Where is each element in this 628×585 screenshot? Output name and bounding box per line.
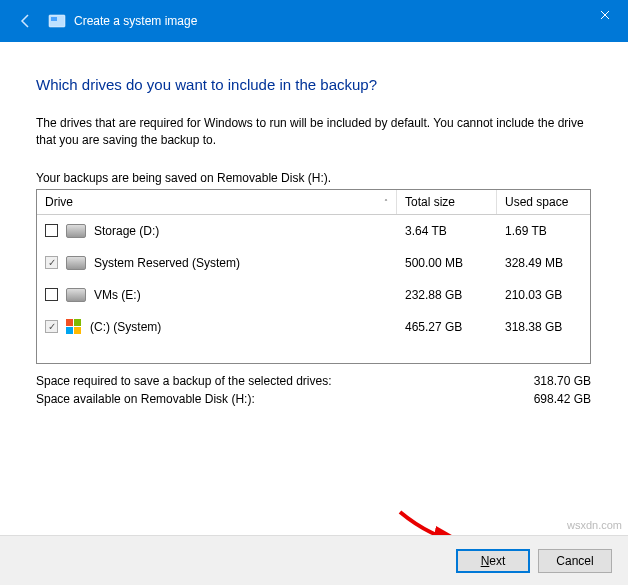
column-header-used[interactable]: Used space: [497, 190, 590, 214]
drive-name: (C:) (System): [90, 320, 161, 334]
wizard-content: Which drives do you want to include in t…: [0, 42, 628, 408]
summary-required-value: 318.70 GB: [534, 374, 591, 388]
table-row[interactable]: (C:) (System)465.27 GB318.38 GB: [37, 311, 590, 343]
cell-total-size: 500.00 MB: [397, 256, 497, 270]
drive-checkbox: [45, 320, 58, 333]
hard-drive-icon: [66, 256, 86, 270]
table-row[interactable]: Storage (D:)3.64 TB1.69 TB: [37, 215, 590, 247]
summary-required-label: Space required to save a backup of the s…: [36, 374, 332, 388]
drive-checkbox[interactable]: [45, 224, 58, 237]
arrow-left-icon: [18, 13, 34, 29]
titlebar: Create a system image: [0, 0, 628, 42]
drive-name: System Reserved (System): [94, 256, 240, 270]
drive-name: Storage (D:): [94, 224, 159, 238]
summary-available-value: 698.42 GB: [534, 392, 591, 406]
summary-available-row: Space available on Removable Disk (H:): …: [36, 390, 591, 408]
column-header-total[interactable]: Total size: [397, 190, 497, 214]
saving-location-info: Your backups are being saved on Removabl…: [36, 171, 598, 185]
cell-drive: (C:) (System): [37, 319, 397, 335]
page-heading: Which drives do you want to include in t…: [36, 76, 598, 93]
table-row[interactable]: VMs (E:)232.88 GB210.03 GB: [37, 279, 590, 311]
cell-used-space: 210.03 GB: [497, 288, 590, 302]
window-title: Create a system image: [74, 14, 197, 28]
back-button[interactable]: [14, 9, 38, 33]
table-body: Storage (D:)3.64 TB1.69 TBSystem Reserve…: [37, 215, 590, 343]
next-button[interactable]: Next: [456, 549, 530, 573]
cell-total-size: 465.27 GB: [397, 320, 497, 334]
table-spacer: [37, 343, 590, 363]
drive-checkbox: [45, 256, 58, 269]
cell-total-size: 3.64 TB: [397, 224, 497, 238]
hard-drive-icon: [66, 288, 86, 302]
wizard-footer: Next Cancel: [0, 535, 628, 585]
cell-drive: VMs (E:): [37, 288, 397, 302]
cell-drive: Storage (D:): [37, 224, 397, 238]
summary-required-row: Space required to save a backup of the s…: [36, 372, 591, 390]
cell-used-space: 328.49 MB: [497, 256, 590, 270]
page-description: The drives that are required for Windows…: [36, 115, 596, 149]
close-button[interactable]: [582, 0, 628, 30]
cancel-button[interactable]: Cancel: [538, 549, 612, 573]
table-header-row: Drive˄ Total size Used space: [37, 190, 590, 215]
summary-section: Space required to save a backup of the s…: [36, 372, 591, 408]
close-icon: [600, 10, 610, 20]
summary-available-label: Space available on Removable Disk (H:):: [36, 392, 255, 406]
cell-drive: System Reserved (System): [37, 256, 397, 270]
watermark: wsxdn.com: [567, 519, 622, 531]
app-icon: [48, 12, 66, 30]
next-hotkey: N: [481, 554, 490, 568]
windows-logo-icon: [66, 319, 82, 335]
table-row[interactable]: System Reserved (System)500.00 MB328.49 …: [37, 247, 590, 279]
column-header-drive[interactable]: Drive˄: [37, 190, 397, 214]
cell-used-space: 318.38 GB: [497, 320, 590, 334]
cell-used-space: 1.69 TB: [497, 224, 590, 238]
cell-total-size: 232.88 GB: [397, 288, 497, 302]
hard-drive-icon: [66, 224, 86, 238]
drive-checkbox[interactable]: [45, 288, 58, 301]
drives-table: Drive˄ Total size Used space Storage (D:…: [36, 189, 591, 364]
svg-rect-1: [51, 17, 57, 21]
sort-indicator-icon: ˄: [384, 197, 388, 206]
drive-name: VMs (E:): [94, 288, 141, 302]
